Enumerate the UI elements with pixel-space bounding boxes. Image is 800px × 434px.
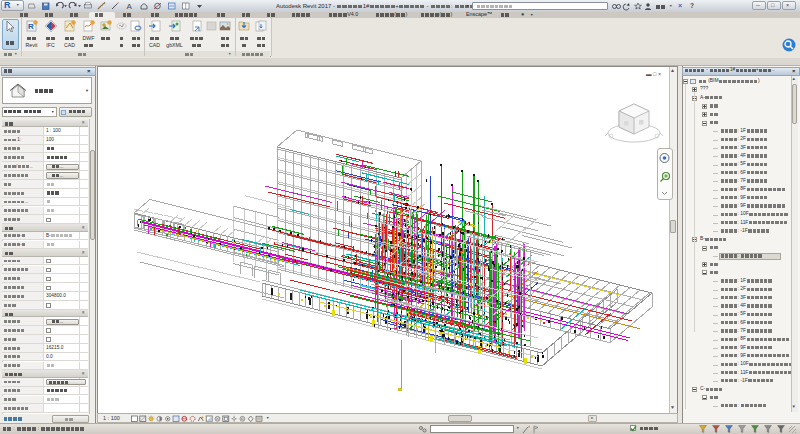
svg-text:R: R [28,22,34,31]
svg-text:A: A [127,2,133,11]
